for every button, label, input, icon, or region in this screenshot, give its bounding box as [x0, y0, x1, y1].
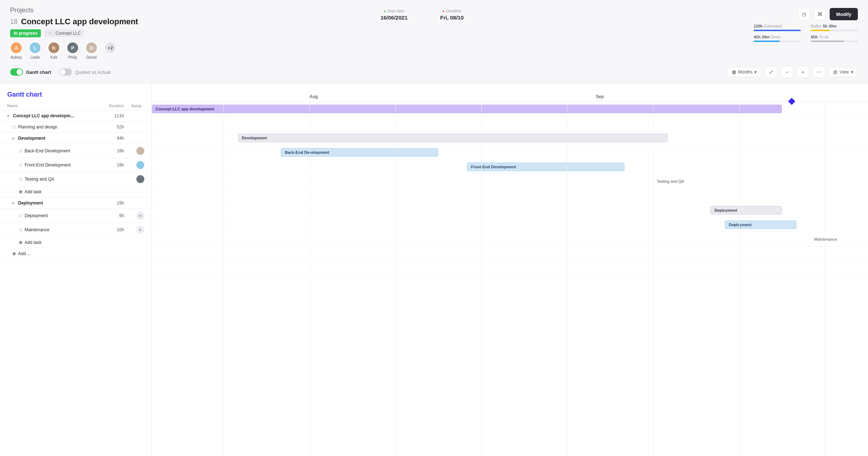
clock-icon-button[interactable]: ◷	[798, 8, 810, 20]
progress-bar-buffer	[811, 30, 858, 31]
gantt-bar[interactable]: Front-End Development	[467, 162, 625, 171]
add-task-row[interactable]: ⊕Add task	[0, 237, 152, 248]
team-member[interactable]: KKyle	[48, 42, 60, 59]
team-member[interactable]: AAubrey	[10, 42, 22, 59]
deadline-value: Fri, 08/10	[440, 14, 464, 21]
task-name: Maintenance	[25, 227, 50, 232]
task-icon: ☑	[19, 228, 22, 232]
assign-placeholder-icon[interactable]: +	[136, 212, 144, 220]
task-name: Development	[18, 136, 45, 141]
task-icon: ☑	[19, 177, 22, 182]
settings-icon-button[interactable]: ⋯	[813, 66, 825, 78]
avatar: K	[48, 42, 60, 54]
progress-bar-done	[754, 41, 801, 42]
team-more[interactable]: +2	[104, 42, 116, 59]
grid-line	[653, 102, 654, 456]
gantt-bar[interactable]: Maintenance	[811, 235, 868, 244]
grid-line	[739, 102, 740, 456]
assignee-avatar	[136, 161, 144, 169]
task-row[interactable]: ☑Maintenance10h+	[0, 223, 152, 237]
task-assignee	[124, 147, 144, 155]
progress-bar-todo	[811, 41, 858, 42]
grid-line	[224, 102, 224, 456]
gantt-row	[152, 116, 868, 131]
grid-line	[825, 102, 825, 456]
project-id: 18	[10, 18, 17, 26]
task-name: Add task	[25, 240, 42, 245]
col-assignee: Assig...	[124, 104, 144, 108]
gantt-area: Gantt chart Name Duration Assig... ▾Conc…	[0, 84, 868, 456]
task-row[interactable]: ☑Testing and QA	[0, 172, 152, 186]
add-task-row[interactable]: ⊕Add task	[0, 186, 152, 198]
avatar-more: +2	[104, 42, 116, 54]
gantt-bar[interactable]: Deployment	[710, 206, 782, 215]
caret-icon[interactable]: ▾	[12, 136, 16, 140]
gantt-row: Maintenance	[152, 232, 868, 246]
task-duration: 10h	[102, 227, 124, 232]
task-icon: ☑	[19, 163, 22, 168]
assign-placeholder-icon[interactable]: +	[136, 226, 144, 234]
assignee-avatar	[136, 175, 144, 183]
avatar: P	[67, 42, 79, 54]
grid-line	[567, 102, 567, 456]
task-row[interactable]: ☑Front-End Development16h	[0, 158, 152, 172]
quoted-toggle-label: Quoted vs Actual	[75, 69, 110, 75]
caret-icon[interactable]: ▾	[12, 201, 16, 205]
task-row[interactable]: ▾Deployment15h	[0, 198, 152, 209]
dot-icon	[384, 9, 386, 13]
add-task-row[interactable]: ⊕Add ...	[0, 248, 152, 259]
gantt-toggle[interactable]	[10, 68, 23, 76]
task-row[interactable]: ☑Back-End Development16h	[0, 144, 152, 158]
gantt-row: Concept LLC app development	[152, 102, 868, 116]
progress-bar-estimated	[754, 30, 801, 31]
task-assignee	[124, 161, 144, 169]
grid-line	[481, 102, 482, 456]
month-label: Sep	[596, 94, 604, 99]
caret-icon[interactable]: ▾	[7, 114, 11, 118]
task-name: Deployment	[25, 213, 48, 218]
avatar: D	[85, 42, 98, 54]
task-duration: 44h	[102, 136, 124, 141]
gantt-chart[interactable]: AugSep Concept LLC app developmentDevelo…	[152, 84, 868, 456]
team-member[interactable]: DDaniel	[85, 42, 98, 59]
gantt-bar[interactable]: Testing and QA	[653, 177, 753, 186]
view-select[interactable]: ▤ View ▾	[829, 67, 858, 77]
modify-button[interactable]: Modify	[830, 8, 858, 20]
task-assignee: +	[124, 226, 144, 234]
breadcrumb[interactable]: Projects	[10, 7, 138, 14]
quoted-toggle[interactable]	[59, 68, 72, 76]
task-icon: ☑	[19, 149, 22, 153]
zoom-in-icon-button[interactable]: +	[797, 66, 809, 78]
task-name: Concept LLC app developm...	[13, 113, 74, 118]
gantt-bar[interactable]: Concept LLC app development	[152, 105, 782, 113]
gantt-row	[152, 189, 868, 203]
gantt-bar[interactable]: Development	[238, 134, 668, 142]
gantt-row: Deployment	[152, 203, 868, 218]
gantt-bar[interactable]: Back-End Development	[281, 148, 438, 157]
task-row[interactable]: ☑Planning and design52h	[0, 122, 152, 133]
team-member[interactable]: PPhilip	[67, 42, 79, 59]
gantt-row: Back-End Development	[152, 145, 868, 160]
zoom-out-icon-button[interactable]: −	[781, 66, 793, 78]
task-name: Add ...	[18, 251, 31, 256]
task-row[interactable]: ▾Development44h	[0, 133, 152, 144]
gantt-row	[152, 261, 868, 275]
start-value: 16/06/2021	[380, 14, 408, 21]
task-name: Add task	[25, 189, 42, 194]
grid-icon: ▤	[833, 69, 837, 75]
header: Projects 18 Concept LLC app development …	[0, 0, 868, 63]
timescale-value: Months	[738, 69, 752, 75]
gantt-row: Development	[152, 131, 868, 145]
task-row[interactable]: ▾Concept LLC app developm...111h	[0, 110, 152, 122]
client-chip[interactable]: Concept LLC	[44, 29, 84, 37]
team-member[interactable]: LLeslie	[29, 42, 41, 59]
plus-icon: ⊕	[19, 240, 22, 245]
timescale-select[interactable]: ▦ Months ▾	[727, 67, 761, 77]
dot-icon	[442, 9, 444, 13]
task-row[interactable]: ☑Deployment5h+	[0, 209, 152, 223]
done-label: Done	[771, 35, 780, 39]
gantt-bar[interactable]: Deployment	[725, 220, 796, 229]
status-badge: In progress	[10, 29, 41, 37]
expand-icon-button[interactable]: ⤢	[765, 66, 777, 78]
link-icon-button[interactable]: ⌘	[814, 8, 826, 20]
